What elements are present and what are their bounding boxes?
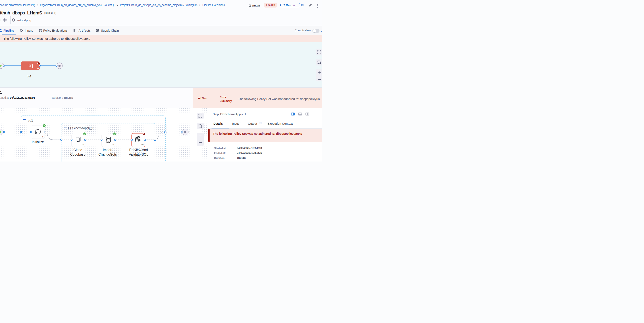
svg-text:Import: Import — [103, 148, 112, 152]
svg-text:Initialize: Initialize — [32, 140, 44, 144]
svg-text:ChangeSets: ChangeSets — [98, 153, 117, 156]
svg-text:cg1: cg1 — [28, 118, 33, 122]
svg-text:</>: </> — [112, 143, 114, 145]
svg-text:DBSchemaApply_1: DBSchemaApply_1 — [68, 126, 94, 130]
svg-text:</>: </> — [29, 65, 32, 67]
svg-text:</>: </> — [41, 136, 44, 138]
svg-text:</>: </> — [37, 67, 39, 69]
svg-text:Clone: Clone — [74, 148, 82, 152]
svg-text:</>: </> — [82, 143, 84, 145]
svg-text:Codebase: Codebase — [70, 153, 86, 156]
svg-text:Preview And: Preview And — [129, 148, 148, 152]
svg-text:cs1: cs1 — [27, 75, 32, 78]
svg-text:</>: </> — [142, 144, 144, 146]
svg-text:Validate SQL: Validate SQL — [129, 153, 148, 156]
